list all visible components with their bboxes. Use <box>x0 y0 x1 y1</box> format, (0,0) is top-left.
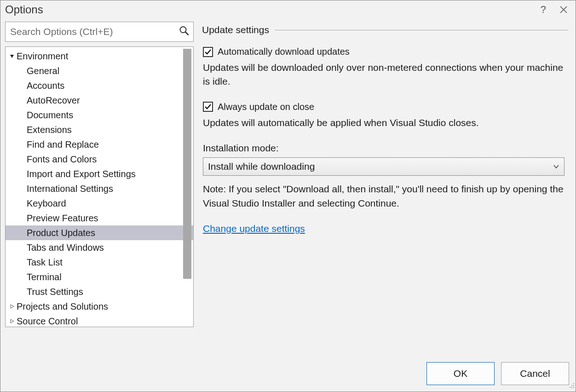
search-icon[interactable] <box>179 25 190 39</box>
chevron-down-icon <box>553 161 559 172</box>
svg-point-6 <box>573 387 574 388</box>
titlebar: Options ? <box>0 0 576 17</box>
change-update-settings-link[interactable]: Change update settings <box>203 223 305 234</box>
tree-item-label: Source Control <box>17 314 78 327</box>
checkbox-icon <box>203 47 213 57</box>
tree-item[interactable]: Trust Settings <box>6 284 193 299</box>
update-on-close-description: Updates will automatically be applied wh… <box>203 116 568 130</box>
tree-item[interactable]: Find and Replace <box>6 137 193 152</box>
install-mode-label: Installation mode: <box>203 143 568 154</box>
tree-item-label: Trust Settings <box>27 284 83 299</box>
svg-point-4 <box>570 387 570 388</box>
tree-item-label: Product Updates <box>27 225 95 240</box>
section-heading: Update settings <box>202 24 269 35</box>
tree-item[interactable]: Keyboard <box>6 196 193 211</box>
tree-item-label: Fonts and Colors <box>27 152 97 167</box>
tree-item[interactable]: Source Control <box>6 314 193 327</box>
install-mode-value: Install while downloading <box>208 161 315 172</box>
ok-button[interactable]: OK <box>426 362 495 385</box>
tree-item-label: Accounts <box>27 78 64 93</box>
tree-item[interactable]: Import and Export Settings <box>6 167 193 181</box>
window-controls: ? <box>541 4 571 16</box>
install-mode-note: Note: If you select "Download all, then … <box>203 182 568 210</box>
svg-point-5 <box>571 387 572 388</box>
svg-point-3 <box>573 385 574 386</box>
close-icon[interactable] <box>559 5 568 14</box>
update-on-close-label: Always update on close <box>218 102 314 112</box>
auto-download-label: Automatically download updates <box>218 46 350 57</box>
search-input-wrapper <box>5 22 194 42</box>
tree-item-label: Preview Features <box>27 211 98 225</box>
options-tree: EnvironmentGeneralAccountsAutoRecoverDoc… <box>5 46 194 327</box>
caret-down-icon <box>9 54 15 58</box>
tree-item-label: Documents <box>27 108 73 122</box>
tree-item[interactable]: Environment <box>6 49 193 63</box>
tree-item-label: Task List <box>27 255 63 270</box>
tree-item-label: Keyboard <box>27 196 66 211</box>
tree-item-label: Terminal <box>27 270 62 284</box>
tree-item-label: Projects and Solutions <box>17 299 108 314</box>
tree-item[interactable]: AutoRecover <box>6 93 193 108</box>
tree-item[interactable]: Projects and Solutions <box>6 299 193 314</box>
resize-grip-icon[interactable] <box>568 380 575 391</box>
tree-item[interactable]: Extensions <box>6 122 193 137</box>
tree-item[interactable]: General <box>6 63 193 78</box>
tree-item[interactable]: Task List <box>6 255 193 270</box>
caret-right-icon <box>9 319 15 323</box>
tree-item-label: General <box>27 63 59 78</box>
tree-item-label: Find and Replace <box>27 137 99 152</box>
tree-item-label: AutoRecover <box>27 93 80 108</box>
tree-item[interactable]: Accounts <box>6 78 193 93</box>
tree-item-label: Import and Export Settings <box>27 167 136 181</box>
auto-download-checkbox-row[interactable]: Automatically download updates <box>203 46 568 57</box>
settings-panel: Update settings Automatically download u… <box>202 22 571 327</box>
tree-item-label: Extensions <box>27 122 72 137</box>
checkbox-icon <box>203 102 213 112</box>
tree-item-label: Tabs and Windows <box>27 240 104 255</box>
section-rule <box>275 30 568 30</box>
tree-item[interactable]: Preview Features <box>6 211 193 225</box>
tree-item[interactable]: Documents <box>6 108 193 122</box>
section-header: Update settings <box>202 24 568 35</box>
tree-item[interactable]: Product Updates <box>6 225 193 240</box>
tree-item[interactable]: International Settings <box>6 181 193 196</box>
tree-scrollbar[interactable] <box>183 49 191 279</box>
tree-item[interactable]: Terminal <box>6 270 193 284</box>
tree-item-label: Environment <box>17 49 68 63</box>
svg-point-2 <box>571 385 572 386</box>
help-icon[interactable]: ? <box>541 4 546 16</box>
cancel-button[interactable]: Cancel <box>501 362 569 385</box>
dialog-footer: OK Cancel <box>426 362 569 385</box>
tree-item-label: International Settings <box>27 181 113 196</box>
install-mode-combobox[interactable]: Install while downloading <box>203 157 564 176</box>
caret-right-icon <box>9 304 15 309</box>
tree-item[interactable]: Tabs and Windows <box>6 240 193 255</box>
update-on-close-checkbox-row[interactable]: Always update on close <box>203 102 568 112</box>
svg-point-1 <box>573 383 574 384</box>
tree-item[interactable]: Fonts and Colors <box>6 152 193 167</box>
search-input[interactable] <box>6 23 193 40</box>
auto-download-description: Updates will be downloaded only over non… <box>203 61 568 89</box>
window-title: Options <box>5 3 43 16</box>
